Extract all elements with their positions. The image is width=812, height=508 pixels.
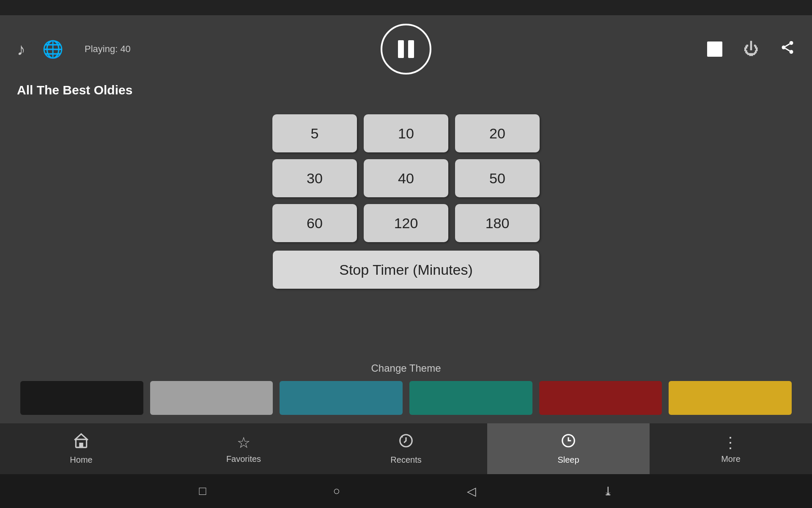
stop-button[interactable]: [707, 41, 722, 57]
theme-section: Change Theme: [0, 362, 812, 423]
timer-btn-120[interactable]: 120: [364, 204, 448, 242]
theme-swatch-teal[interactable]: [280, 381, 403, 415]
system-nav: □ ○ ◁ ⤓: [0, 474, 812, 508]
more-label: More: [721, 454, 741, 464]
bottom-nav: Home ☆ Favorites Recents Sleep ⋮ More: [0, 423, 812, 474]
nav-favorites[interactable]: ☆ Favorites: [162, 423, 325, 474]
stop-timer-suffix: (Minutes): [409, 262, 473, 278]
theme-swatch-dark-teal[interactable]: [409, 381, 532, 415]
svg-point-2: [790, 50, 793, 54]
timer-section: 5 10 20 30 40 50 60 120 180 Stop Timer (…: [0, 106, 812, 362]
pause-bar-left: [398, 40, 404, 58]
timer-btn-50[interactable]: 50: [455, 159, 540, 197]
stop-timer-button[interactable]: Stop Timer (Minutes): [273, 251, 539, 289]
favorites-label: Favorites: [226, 454, 261, 464]
more-icon: ⋮: [723, 434, 739, 452]
music-icon[interactable]: ♪: [17, 40, 25, 59]
svg-line-4: [785, 44, 790, 46]
timer-grid: 5 10 20 30 40 50 60 120 180: [272, 114, 540, 242]
stop-timer-label: Stop Timer: [339, 262, 409, 278]
sleep-label: Sleep: [557, 455, 579, 465]
nav-sleep[interactable]: Sleep: [487, 423, 650, 474]
header-left: ♪ 🌐 Playing: 40: [17, 39, 131, 59]
pause-icon: [398, 40, 414, 58]
home-label: Home: [70, 455, 92, 465]
recents-icon: [398, 433, 414, 453]
timer-btn-180[interactable]: 180: [455, 204, 540, 242]
theme-swatch-red[interactable]: [539, 381, 662, 415]
sys-recent-button[interactable]: □: [199, 484, 206, 498]
header-right: ⏻: [707, 40, 795, 59]
share-icon[interactable]: [780, 40, 795, 59]
svg-point-1: [782, 45, 786, 49]
playing-info: Playing: 40: [85, 44, 131, 55]
power-icon[interactable]: ⏻: [743, 40, 759, 58]
playing-text: Playing: 40: [85, 44, 131, 55]
nav-more[interactable]: ⋮ More: [650, 423, 812, 474]
header: ♪ 🌐 Playing: 40 ⏻: [0, 15, 812, 83]
timer-btn-10[interactable]: 10: [364, 114, 448, 152]
timer-btn-60[interactable]: 60: [272, 204, 357, 242]
sys-back-button[interactable]: ◁: [467, 484, 476, 498]
status-bar: [0, 0, 812, 15]
timer-btn-30[interactable]: 30: [272, 159, 357, 197]
station-name: All The Best Oldies: [0, 83, 812, 106]
sys-download-button[interactable]: ⤓: [603, 484, 613, 498]
timer-btn-5[interactable]: 5: [272, 114, 357, 152]
home-icon: [73, 433, 89, 453]
change-theme-label: Change Theme: [371, 362, 441, 374]
sleep-icon: [560, 433, 576, 453]
svg-line-3: [785, 48, 790, 51]
sys-home-button[interactable]: ○: [333, 484, 340, 498]
pause-button-container: [381, 24, 431, 75]
recents-label: Recents: [390, 455, 421, 465]
favorites-icon: ☆: [237, 434, 250, 452]
svg-rect-6: [79, 443, 83, 447]
timer-btn-20[interactable]: 20: [455, 114, 540, 152]
theme-swatch-black[interactable]: [20, 381, 143, 415]
pause-bar-right: [408, 40, 414, 58]
nav-recents[interactable]: Recents: [325, 423, 487, 474]
theme-swatch-gray[interactable]: [150, 381, 273, 415]
globe-icon[interactable]: 🌐: [42, 39, 63, 59]
pause-button[interactable]: [381, 24, 431, 75]
theme-swatches: [0, 381, 812, 415]
svg-point-0: [790, 41, 793, 45]
timer-btn-40[interactable]: 40: [364, 159, 448, 197]
main-content: ♪ 🌐 Playing: 40 ⏻: [0, 15, 812, 423]
nav-home[interactable]: Home: [0, 423, 162, 474]
theme-swatch-yellow[interactable]: [669, 381, 792, 415]
